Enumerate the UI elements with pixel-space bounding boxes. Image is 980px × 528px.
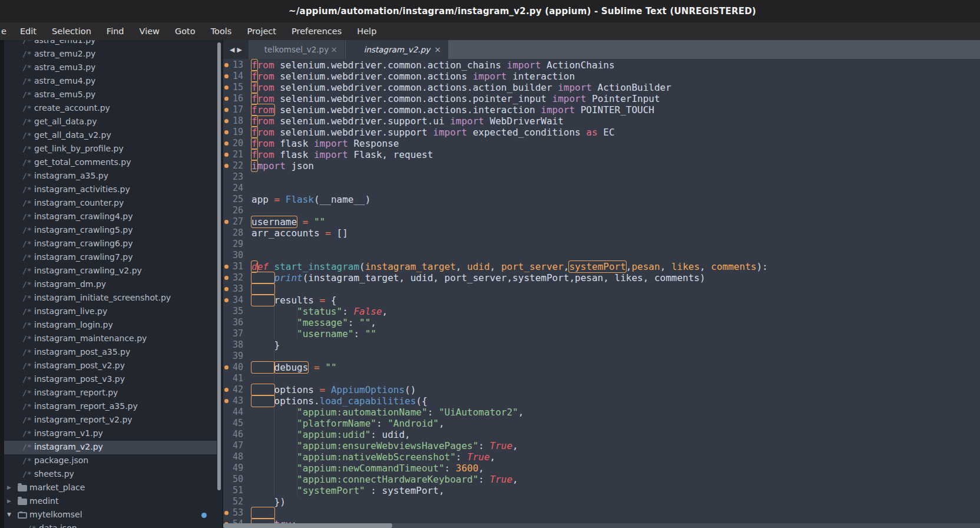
- sidebar-item-get_all_data_v2-py[interactable]: /*get_all_data_v2.py: [0, 129, 217, 143]
- sidebar-item-instagram_post_v3-py[interactable]: /*instagram_post_v3.py: [0, 373, 217, 387]
- file-label: instagram_post_a35.py: [34, 347, 130, 357]
- sidebar-item-instagram_crawling_v2-py[interactable]: /*instagram_crawling_v2.py: [0, 265, 217, 278]
- sidebar-item-instagram_counter-py[interactable]: /*instagram_counter.py: [0, 197, 217, 210]
- horizontal-scrollbar[interactable]: [223, 523, 980, 528]
- horizontal-scrollbar-thumb[interactable]: [223, 523, 392, 528]
- menu-item-e[interactable]: e: [0, 22, 12, 40]
- sidebar-item-astra_emu4-py[interactable]: /*astra_emu4.py: [0, 75, 217, 88]
- diff-highlight-box: i: [251, 160, 257, 171]
- sidebar-item-get_all_data-py[interactable]: /*get_all_data.py: [0, 116, 217, 129]
- code-line-38: 38 }: [223, 339, 980, 351]
- code-text: "appium:ensureWebviewsHavePages": True,: [251, 440, 518, 451]
- code-line-25: 25app = Flask(__name__): [223, 194, 980, 205]
- sidebar-item-package-json[interactable]: /*package.json: [0, 454, 217, 468]
- sidebar-item-instagram_crawling4-py[interactable]: /*instagram_crawling4.py: [0, 210, 217, 224]
- sidebar-item-instagram_activities-py[interactable]: /*instagram_activities.py: [0, 183, 217, 197]
- sidebar-scrollbar-thumb[interactable]: [217, 42, 221, 490]
- code-line-45: 45 "platformName": "Android",: [223, 418, 980, 429]
- code-text: [251, 283, 274, 295]
- code-text: from selenium.webdriver.support import e…: [251, 127, 615, 138]
- sidebar-item-instagram_login-py[interactable]: /*instagram_login.py: [0, 319, 217, 332]
- menu-item-goto[interactable]: Goto: [167, 22, 203, 40]
- menu-item-help[interactable]: Help: [349, 22, 384, 40]
- line-number: 50: [227, 474, 243, 485]
- menu-item-project[interactable]: Project: [239, 22, 284, 40]
- code-text: "appium:udid": udid,: [251, 429, 410, 440]
- code-line-50: 50 "appium:connectHardwareKeyboard": Tru…: [223, 474, 980, 485]
- tab-scroll-right-icon[interactable]: ▶: [237, 46, 242, 54]
- sidebar-item-instagram_report-py[interactable]: /*instagram_report.py: [0, 387, 217, 400]
- menu-item-find[interactable]: Find: [99, 22, 132, 40]
- sidebar-item-instagram_initiate_screenshot-py[interactable]: /*instagram_initiate_screenshot.py: [0, 292, 217, 305]
- window-title: ~/appium/automation/instagram/instagram_…: [224, 6, 756, 16]
- code-line-22: 22import json: [223, 160, 980, 171]
- diff-highlight-box: systemPort: [569, 261, 625, 272]
- file-type-icon: /*: [22, 40, 32, 45]
- sidebar-item-instagram_post_v2-py[interactable]: /*instagram_post_v2.py: [0, 359, 217, 373]
- file-label: instagram_v2.py: [34, 442, 103, 451]
- code-line-31: 31def start_instagram(instagram_target, …: [223, 261, 980, 272]
- menu-item-selection[interactable]: Selection: [44, 22, 99, 40]
- sidebar-item-instagram_maintenance-py[interactable]: /*instagram_maintenance.py: [0, 332, 217, 346]
- sidebar-item-instagram_crawling7-py[interactable]: /*instagram_crawling7.py: [0, 251, 217, 265]
- file-type-icon: /*: [22, 212, 32, 221]
- menu-item-tools[interactable]: Tools: [203, 22, 240, 40]
- sidebar-item-astra_emu1-py[interactable]: /*astra_emu1.py: [0, 40, 217, 48]
- sublime-text-window: ~/appium/automation/instagram/instagram_…: [0, 0, 980, 528]
- sidebar-item-instagram_v1-py[interactable]: /*instagram_v1.py: [0, 427, 217, 441]
- sidebar-item-get_total_comments-py[interactable]: /*get_total_comments.py: [0, 156, 217, 170]
- sidebar-item-instagram_v2-py[interactable]: /*instagram_v2.py: [0, 441, 217, 454]
- sidebar-item-instagram_live-py[interactable]: /*instagram_live.py: [0, 305, 217, 319]
- file-label: create_account.py: [34, 103, 110, 113]
- file-label: astra_emu3.py: [34, 62, 95, 72]
- menu-item-preferences[interactable]: Preferences: [284, 22, 349, 40]
- file-type-icon: /*: [22, 158, 32, 167]
- tab-instagram_v2-py[interactable]: instagram_v2.py×: [346, 40, 448, 59]
- sidebar-item-instagram_dm-py[interactable]: /*instagram_dm.py: [0, 278, 217, 292]
- sidebar-item-data-json[interactable]: /*data.json: [0, 522, 217, 528]
- tab-scroll-arrows[interactable]: ◀ ▶: [223, 40, 249, 59]
- sidebar-item-get_link_by_profile-py[interactable]: /*get_link_by_profile.py: [0, 143, 217, 156]
- line-number: 19: [227, 127, 243, 138]
- sidebar-item-astra_emu2-py[interactable]: /*astra_emu2.py: [0, 48, 217, 61]
- sidebar-item-market_place[interactable]: ▶market_place: [0, 481, 217, 495]
- diff-highlight-box: f: [251, 127, 257, 138]
- menu-item-edit[interactable]: Edit: [12, 22, 44, 40]
- line-number: 20: [227, 138, 243, 149]
- sidebar-item-create_account-py[interactable]: /*create_account.py: [0, 102, 217, 116]
- diff-highlight-box: [251, 362, 274, 373]
- sidebar-item-instagram_report_v2-py[interactable]: /*instagram_report_v2.py: [0, 414, 217, 427]
- tab-close-icon[interactable]: ×: [330, 45, 337, 54]
- sidebar-item-mytelkomsel[interactable]: ▼mytelkomsel: [0, 509, 217, 522]
- line-number: 32: [227, 272, 243, 283]
- line-number: 25: [227, 194, 243, 205]
- file-type-icon: /*: [22, 185, 32, 194]
- sidebar-item-medint[interactable]: ▶medint: [0, 495, 217, 509]
- tab-scroll-left-icon[interactable]: ◀: [230, 46, 234, 54]
- line-number: 22: [227, 160, 243, 171]
- sidebar-item-instagram_crawling6-py[interactable]: /*instagram_crawling6.py: [0, 237, 217, 251]
- sidebar-item-astra_emu3-py[interactable]: /*astra_emu3.py: [0, 61, 217, 75]
- menu-item-view[interactable]: View: [132, 22, 167, 40]
- diff-highlight-box: [251, 283, 274, 295]
- code-text: username = "": [251, 216, 325, 227]
- chevron-expanded-icon[interactable]: ▼: [7, 512, 11, 517]
- code-line-53: 53: [223, 507, 980, 519]
- chevron-collapsed-icon[interactable]: ▶: [7, 484, 11, 490]
- sidebar-item-astra_emu5-py[interactable]: /*astra_emu5.py: [0, 88, 217, 102]
- sidebar-item-instagram_crawling5-py[interactable]: /*instagram_crawling5.py: [0, 224, 217, 237]
- tab-telkomsel_v2-py[interactable]: telkomsel_v2.py×: [249, 40, 345, 59]
- chevron-collapsed-icon[interactable]: ▶: [7, 498, 11, 504]
- tab-close-icon[interactable]: ×: [434, 45, 441, 54]
- code-line-44: 44 "appium:automationName": "UiAutomator…: [223, 407, 980, 418]
- file-type-icon: /*: [22, 456, 32, 465]
- sidebar-item-instagram_report_a35-py[interactable]: /*instagram_report_a35.py: [0, 400, 217, 414]
- file-type-icon: /*: [22, 402, 32, 411]
- sidebar-item-instagram_post_a35-py[interactable]: /*instagram_post_a35.py: [0, 346, 217, 359]
- sidebar-item-instagram_a35-py[interactable]: /*instagram_a35.py: [0, 170, 217, 183]
- line-number: 33: [227, 283, 243, 295]
- sidebar-item-sheets-py[interactable]: /*sheets.py: [0, 468, 217, 481]
- file-type-icon: /*: [22, 293, 32, 302]
- code-line-32: 32 print(instagram_target, udid, port_se…: [223, 272, 980, 283]
- code-area[interactable]: 13from selenium.webdriver.common.action_…: [223, 59, 980, 523]
